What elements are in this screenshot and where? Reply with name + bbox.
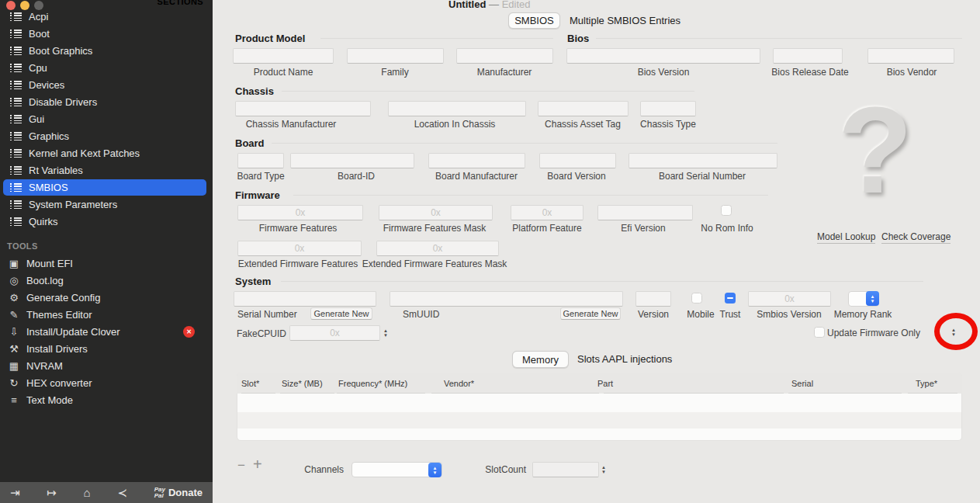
sidebar-item-smbios-selected[interactable]: SMBIOS <box>3 179 206 196</box>
chevron-down-icon: ▼ <box>601 470 606 474</box>
board-manufacturer-input[interactable] <box>428 153 525 168</box>
tab-slots-aapl-injections[interactable]: Slots AAPL injections <box>577 353 672 365</box>
board-version-input[interactable] <box>539 153 616 168</box>
update-firmware-only-checkbox[interactable] <box>814 327 825 338</box>
efi-version-input[interactable] <box>597 205 693 220</box>
column-header-vendor[interactable]: Vendor* <box>444 379 474 388</box>
manufacturer-label: Manufacturer <box>477 67 532 78</box>
sidebar-item-boot[interactable]: Boot <box>3 26 206 42</box>
tab-smbios[interactable]: SMBIOS <box>508 12 560 29</box>
tab-multiple-smbios-entries[interactable]: Multiple SMBIOS Entries <box>570 15 680 26</box>
location-in-chassis-input[interactable] <box>388 101 526 116</box>
system-header: System <box>235 276 271 287</box>
column-header-slot[interactable]: Slot* <box>241 379 259 388</box>
check-coverage-button[interactable]: Check Coverage <box>881 231 951 244</box>
sidebar-item-system-parameters[interactable]: System Parameters <box>3 196 206 213</box>
tool-item-boot-log[interactable]: ◎Boot.log <box>3 272 206 289</box>
bios-version-input[interactable] <box>566 48 760 64</box>
donate-button[interactable]: PayPal Donate <box>154 487 203 499</box>
serial-number-input[interactable] <box>234 291 376 307</box>
sidebar-item-boot-graphics[interactable]: Boot Graphics <box>3 43 206 59</box>
tab-memory[interactable]: Memory <box>512 351 569 368</box>
sidebar-item-rt-variables[interactable]: Rt Variables <box>3 162 206 179</box>
trust-checkbox-mixed[interactable] <box>725 293 736 304</box>
channels-stepper[interactable]: ▲▼ <box>428 463 442 477</box>
sidebar-item-devices[interactable]: Devices <box>3 77 206 93</box>
family-input[interactable] <box>347 48 444 64</box>
platform-feature-input[interactable] <box>511 205 583 220</box>
column-header-type[interactable]: Type* <box>916 379 937 388</box>
chassis-asset-tag-input[interactable] <box>538 101 629 116</box>
bios-vendor-input[interactable] <box>867 48 954 64</box>
tool-item-generate-config[interactable]: ⚙Generate Config <box>3 290 206 306</box>
slotcount-input[interactable] <box>532 462 599 477</box>
product-name-input[interactable] <box>233 48 334 64</box>
smuuid-input[interactable] <box>390 291 623 307</box>
chassis-asset-tag-label: Chassis Asset Tag <box>545 119 621 130</box>
smbios-version-input[interactable] <box>748 291 831 307</box>
fakecpuid-input[interactable] <box>289 325 380 341</box>
tool-item-themes-editor[interactable]: ✎Themes Editor <box>3 307 206 323</box>
model-lookup-button[interactable]: Model Lookup <box>817 231 875 244</box>
tool-item-install-drivers[interactable]: ⚒Install Drivers <box>3 341 206 357</box>
extended-firmware-features-input[interactable] <box>237 241 362 256</box>
slotcount-label: SlotCount <box>482 464 526 475</box>
chassis-manufacturer-input[interactable] <box>235 101 371 116</box>
trust-label: Trust <box>720 309 741 320</box>
no-rom-info-checkbox[interactable] <box>721 205 732 216</box>
generate-serial-button[interactable]: Generate New <box>310 307 372 320</box>
list-icon <box>10 149 22 158</box>
tool-item-mount-efi[interactable]: ▣Mount EFI <box>3 255 206 272</box>
column-header-part[interactable]: Part <box>597 379 613 388</box>
remove-row-button[interactable]: − <box>237 458 245 474</box>
board-type-input[interactable] <box>237 153 284 168</box>
list-icon <box>10 166 22 175</box>
tool-item-nvram[interactable]: ▦NVRAM <box>3 358 206 374</box>
chip-icon: ▦ <box>7 360 21 372</box>
sidebar-item-gui[interactable]: Gui <box>3 111 206 127</box>
manufacturer-input[interactable] <box>456 48 553 64</box>
sidebar-item-disable-drivers[interactable]: Disable Drivers <box>3 94 206 110</box>
list-icon <box>10 98 22 106</box>
chassis-type-input[interactable] <box>640 101 696 116</box>
column-header-frequency[interactable]: Frequency* (MHz) <box>338 379 407 388</box>
import-icon[interactable]: ⇥ <box>10 482 20 503</box>
memory-rank-stepper[interactable]: ▲▼ <box>866 291 879 306</box>
extended-firmware-features-label: Extended Firmware Features <box>238 258 358 269</box>
family-label: Family <box>381 67 408 78</box>
tool-item-install-update-clover[interactable]: ⇩Install/Update Clover✕ <box>3 324 206 340</box>
sidebar-item-cpu[interactable]: Cpu <box>3 60 206 76</box>
document-title: Untitled — Edited <box>448 0 531 10</box>
generate-smuuid-button[interactable]: Generate New <box>560 307 621 320</box>
tools-header: TOOLS <box>7 241 38 251</box>
column-header-size[interactable]: Size* (MB) <box>282 379 323 388</box>
export-icon[interactable]: ↦ <box>47 482 57 503</box>
extended-firmware-features-mask-input[interactable] <box>376 241 499 256</box>
home-icon[interactable]: ⌂ <box>84 482 91 503</box>
chassis-manufacturer-label: Chassis Manufacturer <box>246 119 337 130</box>
sections-header: SECTIONS <box>158 0 203 6</box>
smuuid-label: SmUUID <box>403 309 439 320</box>
firmware-features-input[interactable] <box>237 205 363 220</box>
mobile-checkbox[interactable] <box>691 293 702 304</box>
board-manufacturer-label: Board Manufacturer <box>435 171 518 182</box>
sidebar-item-quirks[interactable]: Quirks <box>3 213 206 230</box>
sidebar-item-acpi[interactable]: Acpi <box>3 9 206 25</box>
chassis-type-label: Chassis Type <box>640 119 696 130</box>
tool-item-text-mode[interactable]: ≡Text Mode <box>3 392 206 408</box>
board-serial-number-input[interactable] <box>629 153 777 168</box>
slotcount-stepper[interactable]: ▲▼ <box>601 462 606 477</box>
sidebar-item-graphics[interactable]: Graphics <box>3 128 206 144</box>
version-input[interactable] <box>635 291 671 307</box>
add-row-button[interactable]: + <box>253 456 262 474</box>
list-icon <box>10 115 22 123</box>
chevron-down-icon: ▼ <box>383 333 388 338</box>
tool-item-hex-converter[interactable]: ↻HEX converter <box>3 375 206 391</box>
sidebar-item-kernel-and-kext-patches[interactable]: Kernel and Kext Patches <box>3 145 206 161</box>
column-header-serial[interactable]: Serial <box>791 379 813 388</box>
board-id-input[interactable] <box>290 153 414 168</box>
bios-release-date-input[interactable] <box>773 48 843 64</box>
share-icon[interactable]: ≺ <box>117 482 127 503</box>
fakecpuid-stepper[interactable]: ▲▼ <box>383 325 388 340</box>
firmware-features-mask-input[interactable] <box>379 205 493 220</box>
